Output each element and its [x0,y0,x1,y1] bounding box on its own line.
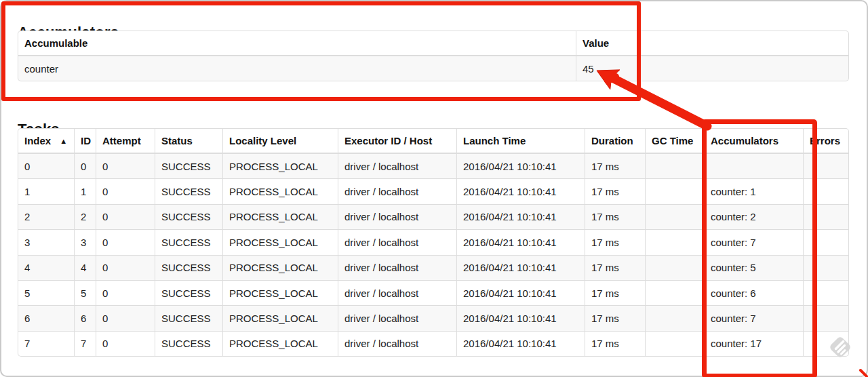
task-cell: 5 [75,281,96,306]
attempt-column-header[interactable]: Attempt [96,128,155,154]
task-cell [646,306,705,331]
errors-column-header[interactable]: Errors [804,128,849,154]
task-cell: PROCESS_LOCAL [223,256,338,281]
task-cell: driver / localhost [338,205,457,230]
executor-id-host-column-header[interactable]: Executor ID / Host [338,128,457,154]
task-cell: counter: 17 [705,332,804,357]
accumulable-name-cell: counter [18,56,576,81]
task-cell: 0 [96,154,155,179]
task-cell: counter: 2 [705,205,804,230]
task-cell: 4 [18,256,75,281]
task-cell: SUCCESS [155,230,223,255]
task-cell: 2016/04/21 10:10:41 [457,230,585,255]
corner-arrow-fragment [861,370,868,377]
task-cell: 0 [96,205,155,230]
task-cell: 17 ms [585,230,646,255]
task-cell: driver / localhost [338,281,457,306]
value-column-header: Value [576,31,849,56]
task-cell: PROCESS_LOCAL [223,154,338,179]
task-cell: counter: 1 [705,179,804,204]
task-cell: 0 [96,306,155,331]
task-cell: SUCCESS [155,306,223,331]
task-cell: SUCCESS [155,256,223,281]
status-column-header[interactable]: Status [155,128,223,154]
task-cell: 2016/04/21 10:10:41 [457,205,585,230]
accumulable-value-cell: 45 [576,56,849,81]
gc-time-column-header[interactable]: GC Time [646,128,705,154]
task-cell: SUCCESS [155,179,223,204]
task-cell: SUCCESS [155,281,223,306]
tasks-header-row: Index▲ ID Attempt Status Locality Level … [18,128,849,154]
task-cell: 17 ms [585,332,646,357]
task-cell: PROCESS_LOCAL [223,306,338,331]
task-cell: 6 [18,306,75,331]
task-cell: PROCESS_LOCAL [223,230,338,255]
task-cell: SUCCESS [155,154,223,179]
spark-stage-page: Accumulators Accumulable Value counter 4… [0,0,868,377]
task-cell: PROCESS_LOCAL [223,332,338,357]
task-cell: SUCCESS [155,332,223,357]
task-cell: 2016/04/21 10:10:41 [457,332,585,357]
accumulators-column-header[interactable]: Accumulators [705,128,804,154]
task-cell [646,281,705,306]
duration-column-header[interactable]: Duration [585,128,646,154]
task-cell [646,332,705,357]
id-column-header[interactable]: ID [75,128,96,154]
launch-time-column-header[interactable]: Launch Time [457,128,585,154]
task-cell: PROCESS_LOCAL [223,179,338,204]
task-cell: 7 [75,332,96,357]
task-cell [646,256,705,281]
tasks-table: Index▲ ID Attempt Status Locality Level … [18,128,849,357]
task-cell: 2016/04/21 10:10:41 [457,154,585,179]
task-row: 660SUCCESSPROCESS_LOCALdriver / localhos… [18,306,849,331]
task-cell: PROCESS_LOCAL [223,205,338,230]
task-cell [804,256,849,281]
task-cell: 0 [96,256,155,281]
task-cell: driver / localhost [338,179,457,204]
task-cell [646,205,705,230]
task-cell: counter: 7 [705,230,804,255]
task-row: 550SUCCESSPROCESS_LOCALdriver / localhos… [18,281,849,306]
task-cell: 1 [18,179,75,204]
accumulable-column-header: Accumulable [18,31,576,56]
task-cell: 0 [75,154,96,179]
task-cell: 3 [75,230,96,255]
task-cell: 4 [75,256,96,281]
task-cell: 17 ms [585,281,646,306]
task-cell: 2 [75,205,96,230]
accumulator-row: counter 45 [18,56,849,81]
task-cell: SUCCESS [155,205,223,230]
task-row: 330SUCCESSPROCESS_LOCALdriver / localhos… [18,230,849,255]
task-row: 440SUCCESSPROCESS_LOCALdriver / localhos… [18,256,849,281]
task-cell: driver / localhost [338,332,457,357]
index-column-header[interactable]: Index▲ [18,128,75,154]
task-cell: 17 ms [585,179,646,204]
task-cell: counter: 6 [705,281,804,306]
task-cell: 0 [96,281,155,306]
task-cell: 5 [18,281,75,306]
task-cell [804,306,849,331]
task-cell: 3 [18,230,75,255]
task-cell: 0 [96,332,155,357]
task-cell: counter: 5 [705,256,804,281]
task-row: 220SUCCESSPROCESS_LOCALdriver / localhos… [18,205,849,230]
task-cell: 2016/04/21 10:10:41 [457,179,585,204]
task-cell: 2016/04/21 10:10:41 [457,281,585,306]
task-cell: 2016/04/21 10:10:41 [457,306,585,331]
task-cell [646,179,705,204]
task-cell: 2016/04/21 10:10:41 [457,256,585,281]
task-cell: 17 ms [585,306,646,331]
task-cell: PROCESS_LOCAL [223,281,338,306]
task-cell [804,332,849,357]
locality-level-column-header[interactable]: Locality Level [223,128,338,154]
task-cell: 0 [96,230,155,255]
accumulators-header-row: Accumulable Value [18,31,849,56]
task-cell [646,230,705,255]
task-cell: 17 ms [585,205,646,230]
accumulators-table: Accumulable Value counter 45 [18,31,849,81]
task-row: 110SUCCESSPROCESS_LOCALdriver / localhos… [18,179,849,204]
task-cell: driver / localhost [338,306,457,331]
task-cell: 17 ms [585,154,646,179]
task-cell [804,281,849,306]
sort-ascending-icon: ▲ [60,137,67,145]
